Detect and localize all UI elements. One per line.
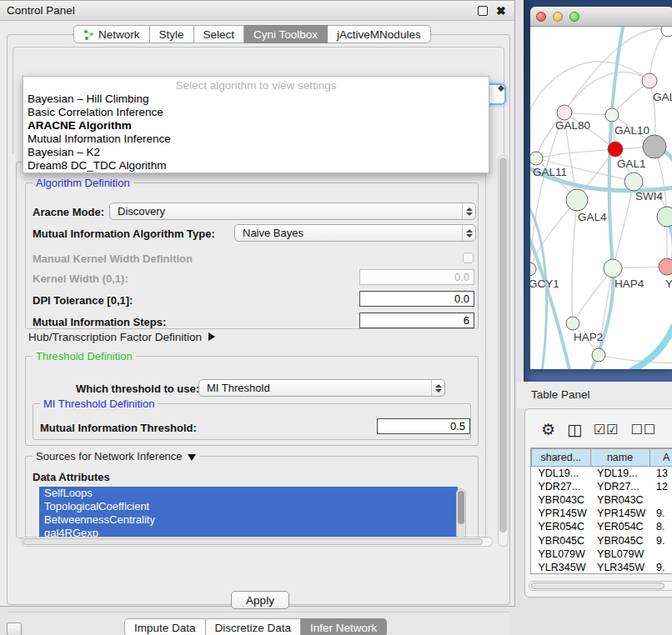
network-edge <box>599 355 672 363</box>
mi-algorithm-type-combobox[interactable]: Naive Bayes <box>234 224 476 242</box>
network-node-gal[interactable] <box>642 73 657 88</box>
network-edge <box>530 231 570 369</box>
expander-arrow-down-icon <box>188 454 196 461</box>
table-row[interactable]: YDR27...YDR27...12 <box>532 480 672 493</box>
close-traffic-light-icon[interactable] <box>536 12 546 22</box>
algorithm-definition-label: Algorithm Definition <box>33 177 133 189</box>
attribute-list-scrollbar[interactable] <box>456 488 466 540</box>
node-label: HAP4 <box>614 278 644 290</box>
tab-impute-data[interactable]: Impute Data <box>124 618 206 635</box>
network-window-titlebar <box>530 7 672 27</box>
sources-label[interactable]: Sources for Network Inference <box>33 450 199 462</box>
algorithm-option[interactable]: ARACNE Algorithm <box>23 119 489 132</box>
deselect-all-icon[interactable]: ☐☐ <box>631 422 657 438</box>
control-panel-window: Control Panel ✖ galFiltered.sif default … <box>0 0 515 607</box>
network-node-gal1[interactable] <box>608 142 623 157</box>
hub-definition-expander[interactable]: Hub/Transcription Factor Definition <box>28 329 215 344</box>
algorithm-option[interactable]: Basic Correlation Inference <box>23 106 489 119</box>
table-row[interactable]: YPR145WYPR145W9. <box>532 507 672 520</box>
network-node[interactable] <box>592 348 605 362</box>
which-threshold-value: MI Threshold <box>199 382 431 394</box>
algorithm-option[interactable]: Bayesian – K2 <box>23 146 489 159</box>
network-node-gal4[interactable] <box>566 189 588 211</box>
float-window-icon[interactable] <box>478 6 488 16</box>
network-node-gcy1[interactable] <box>530 262 536 276</box>
tab-discretize-data[interactable]: Discretize Data <box>206 618 302 635</box>
network-node[interactable] <box>661 27 672 37</box>
settings-gear-icon[interactable]: ⚙ <box>541 422 555 438</box>
manual-kernel-width-checkbox[interactable] <box>463 252 474 263</box>
column-header[interactable]: shared... <box>532 449 591 467</box>
dpi-tolerance-input[interactable]: 0.0 <box>359 291 474 307</box>
network-node-gal10[interactable] <box>605 108 619 122</box>
network-view-window: GALGAL80GAL10GAL1GAL11GAL4SWI4GCY1HAP4YH… <box>530 7 672 369</box>
kernel-width-label: Kernel Width (0,1): <box>33 272 128 285</box>
mi-steps-input[interactable]: 6 <box>359 312 474 328</box>
which-threshold-combobox[interactable]: MI Threshold <box>198 379 445 397</box>
algorithm-option[interactable]: Bayesian – Hill Climbing <box>23 92 489 106</box>
data-attributes-list: SelfLoopsTopologicalCoefficientBetweenne… <box>39 487 458 542</box>
attribute-item[interactable]: TopologicalCoefficient <box>39 500 458 513</box>
table-row[interactable]: YLR345WYLR345W9. <box>532 561 672 574</box>
expander-arrow-right-icon <box>208 332 215 341</box>
combo-stepper-icon <box>431 380 444 396</box>
zoom-traffic-light-icon[interactable] <box>569 12 579 22</box>
table-row[interactable]: YDL19...YDL19...13 <box>532 467 672 480</box>
table-row[interactable]: YBR043CYBR043C <box>532 493 672 507</box>
column-header[interactable]: A <box>649 449 672 467</box>
table-panel: ⚙◫☑☑☐☐▢ shared...nameAYDL19...YDL19...13… <box>524 408 672 598</box>
network-canvas[interactable]: GALGAL80GAL10GAL1GAL11GAL4SWI4GCY1HAP4YH… <box>530 27 672 369</box>
table-row[interactable]: YBR045CYBR045C9. <box>532 533 672 547</box>
node-label: GAL4 <box>578 211 607 223</box>
column-header[interactable]: name <box>590 449 649 467</box>
apply-button[interactable]: Apply <box>231 591 289 609</box>
network-icon <box>83 29 94 40</box>
tab-network[interactable]: Network <box>73 25 150 43</box>
algorithm-option[interactable]: Dream8 DC_TDC Algorithm <box>23 159 489 172</box>
aracne-mode-label: Aracne Mode: <box>33 206 104 218</box>
tab-jactivemnodules[interactable]: jActiveMNodules <box>328 25 431 43</box>
network-node-y[interactable] <box>659 258 672 275</box>
aracne-mode-combobox[interactable]: Discovery <box>109 202 476 220</box>
algorithm-option[interactable]: Mutual Information Inference <box>23 132 489 146</box>
node-label: GAL80 <box>555 119 590 132</box>
minimize-traffic-light-icon[interactable] <box>553 12 563 22</box>
panel-grip-icon[interactable] <box>7 622 22 635</box>
network-edge <box>564 72 649 112</box>
table-horizontal-scrollbar[interactable] <box>529 581 672 591</box>
combo-stepper-icon <box>498 85 504 103</box>
table-row[interactable]: YER054CYER054C8. <box>532 520 672 533</box>
mi-steps-label: Mutual Information Steps: <box>33 316 166 328</box>
network-node-swi4[interactable] <box>624 172 643 191</box>
attribute-item[interactable]: SelfLoops <box>39 487 458 500</box>
settings-vertical-scrollbar[interactable] <box>498 155 509 547</box>
network-node-gal11[interactable] <box>530 152 543 165</box>
table-toolbar: ⚙◫☑☑☐☐▢ <box>532 416 672 444</box>
node-label: GCY1 <box>530 278 559 290</box>
network-edge <box>572 200 577 323</box>
network-node-hap4[interactable] <box>604 259 622 278</box>
close-icon[interactable]: ✖ <box>496 6 506 16</box>
network-node-gal80[interactable] <box>557 105 572 120</box>
node-label: GAL10 <box>614 124 649 137</box>
column-layout-icon[interactable]: ◫ <box>567 422 582 438</box>
network-edge <box>573 268 613 323</box>
attribute-item[interactable]: BetweennessCentrality <box>39 513 458 527</box>
network-edge <box>536 149 615 158</box>
network-edge <box>530 112 564 269</box>
network-node[interactable] <box>657 207 672 227</box>
tab-style[interactable]: Style <box>150 25 194 43</box>
tab-cyni-toolbox[interactable]: Cyni Toolbox <box>244 25 328 43</box>
settings-scroll-view: Cyni Algorithm Settings Algorithm Defini… <box>13 153 506 552</box>
algorithm-definition-group: Algorithm Definition Aracne Mode: Discov… <box>25 182 479 329</box>
table-row[interactable]: YBL079WYBL079W <box>532 548 672 561</box>
mi-threshold-input[interactable]: 0.5 <box>377 418 470 434</box>
network-node-hap2[interactable] <box>566 317 579 330</box>
tab-infer-network[interactable]: Infer Network <box>301 618 387 635</box>
select-all-icon[interactable]: ☑☑ <box>594 422 619 438</box>
settings-horizontal-scrollbar[interactable] <box>21 537 493 547</box>
network-node[interactable] <box>643 135 666 158</box>
cyni-algorithm-settings-group: Cyni Algorithm Settings Algorithm Defini… <box>16 162 486 538</box>
network-edge <box>530 62 649 118</box>
tab-select[interactable]: Select <box>194 25 245 43</box>
